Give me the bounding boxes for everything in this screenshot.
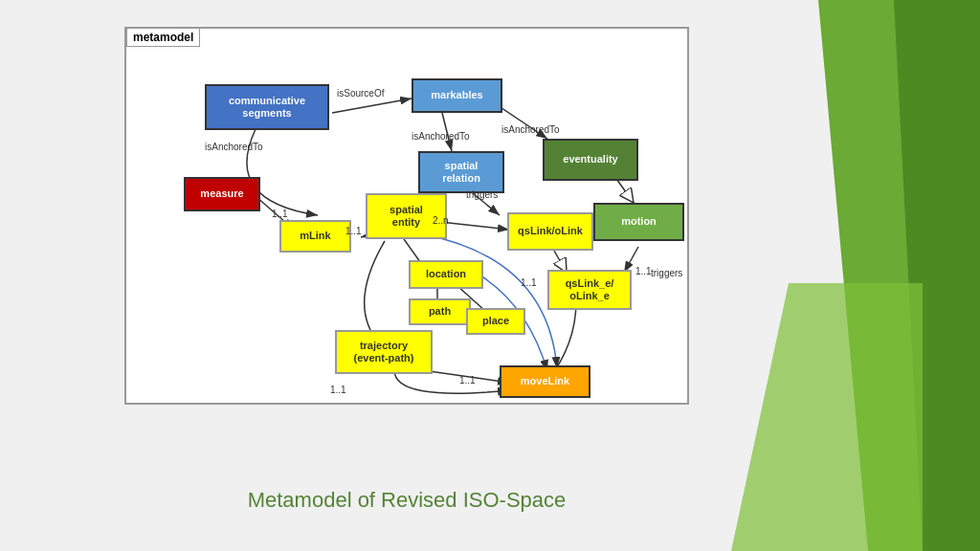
node-trajectory: trajectory (event-path) [335, 330, 433, 374]
label-isanchoredto1: isAnchoredTo [205, 142, 263, 152]
label-cardinality-2n: 2..n [433, 215, 449, 226]
slide-caption: Metamodel of Revised ISO-Space [124, 488, 689, 513]
label-issourceof: isSourceOf [337, 88, 384, 99]
node-qslink-olink: qsLink/oLink [507, 212, 593, 251]
node-path: path [409, 298, 471, 325]
node-eventuality: eventuality [543, 139, 638, 181]
label-cardinality-11b: 1..1 [345, 226, 362, 236]
node-location: location [409, 260, 483, 289]
metamodel-label: metamodel [126, 28, 200, 47]
svg-line-2 [332, 99, 412, 113]
node-communicative-segments: communicative segments [205, 84, 329, 130]
node-measure: measure [184, 177, 260, 211]
label-isanchoredto3: isAnchoredTo [501, 124, 560, 135]
label-triggers1: triggers [466, 189, 498, 200]
label-triggers2: triggers [651, 268, 682, 278]
node-mlink: mLink [279, 220, 351, 253]
node-place: place [466, 308, 525, 335]
diagram-container: metamodel [124, 27, 689, 405]
label-cardinality-11e: 1..1 [330, 385, 346, 395]
node-motion: motion [593, 203, 684, 241]
label-cardinality-11a: 1..1 [272, 209, 288, 219]
node-movelink: moveLink [500, 365, 590, 398]
node-qslink-e-olink-e: qsLink_e/ oLink_e [547, 270, 632, 310]
node-markables: markables [412, 78, 502, 113]
node-spatial-relation: spatial relation [418, 151, 504, 193]
label-cardinality-11f: 1..1 [459, 375, 476, 386]
label-cardinality-11d: 1..1 [635, 266, 652, 276]
label-isanchoredto2: isAnchoredTo [412, 131, 470, 142]
label-cardinality-11c: 1..1 [521, 277, 537, 288]
